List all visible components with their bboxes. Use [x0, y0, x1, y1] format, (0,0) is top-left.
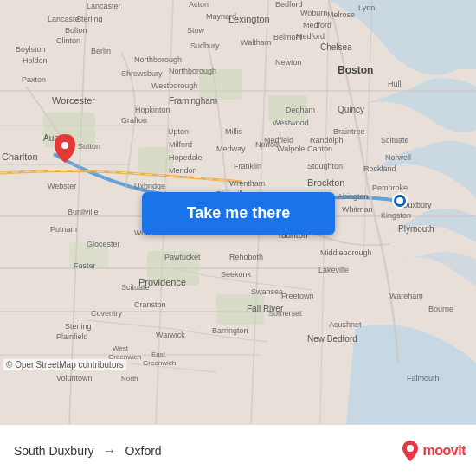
svg-text:Greenwich: Greenwich	[143, 359, 176, 367]
svg-text:Rockland: Rockland	[363, 164, 396, 173]
svg-text:Westwood: Westwood	[273, 119, 309, 127]
svg-text:Upton: Upton	[168, 127, 189, 136]
svg-text:Brockton: Brockton	[307, 177, 344, 188]
svg-text:Clinton: Clinton	[56, 36, 80, 45]
svg-text:Putnam: Putnam	[50, 225, 77, 234]
svg-text:Wareham: Wareham	[389, 292, 423, 300]
svg-text:Woburn: Woburn	[300, 9, 327, 17]
svg-text:Middleborough: Middleborough	[320, 248, 372, 257]
svg-text:Cranston: Cranston	[134, 300, 166, 309]
to-location-label: Oxford	[125, 444, 162, 458]
svg-text:Sutton: Sutton	[78, 142, 100, 151]
moovit-logo: moovit	[401, 439, 466, 463]
svg-point-131	[61, 142, 68, 149]
svg-text:Wrentham: Wrentham	[229, 179, 265, 188]
svg-text:Melrose: Melrose	[327, 10, 355, 19]
svg-text:Randolph: Randolph	[310, 136, 344, 145]
svg-text:Lancaster: Lancaster	[48, 15, 82, 23]
svg-text:Hull: Hull	[388, 80, 402, 88]
svg-text:Abington: Abington	[338, 192, 369, 201]
svg-text:Paxton: Paxton	[22, 75, 46, 84]
svg-text:Voluntown: Voluntown	[56, 374, 93, 383]
svg-text:Dedham: Dedham	[286, 106, 315, 114]
svg-text:Rehoboth: Rehoboth	[229, 253, 263, 261]
svg-text:Walpole: Walpole	[277, 145, 305, 153]
svg-text:Lakeville: Lakeville	[318, 266, 349, 274]
svg-text:Warwick: Warwick	[156, 331, 185, 339]
bottom-bar: South Duxbury → Oxford moovit	[0, 424, 476, 476]
svg-text:Bedford: Bedford	[275, 0, 303, 9]
svg-text:Kingston: Kingston	[381, 211, 411, 220]
svg-text:North: North	[121, 375, 138, 383]
svg-text:Maynard: Maynard	[206, 12, 236, 21]
svg-text:Charlton: Charlton	[2, 151, 38, 162]
svg-text:Pembroke: Pembroke	[372, 183, 408, 192]
svg-text:Worcester: Worcester	[52, 95, 95, 106]
map-container: Lexington Charlton Boston Chelsea Worces…	[0, 0, 476, 424]
svg-text:Bolton: Bolton	[65, 26, 87, 35]
svg-text:Freetown: Freetown	[281, 292, 314, 300]
svg-text:Norfolk: Norfolk	[255, 140, 280, 149]
svg-text:Stoughton: Stoughton	[307, 162, 343, 170]
svg-text:Berlin: Berlin	[91, 47, 111, 55]
svg-text:Lancaster: Lancaster	[87, 2, 121, 10]
take-me-there-button[interactable]: Take me there	[142, 192, 335, 235]
svg-text:Whitman: Whitman	[342, 205, 373, 214]
svg-text:West: West	[113, 344, 129, 352]
moovit-pin-icon	[401, 439, 420, 463]
svg-text:Swansea: Swansea	[251, 287, 283, 296]
svg-rect-14	[138, 147, 173, 173]
svg-text:Shrewsbury: Shrewsbury	[121, 69, 163, 78]
svg-text:Uxbridge: Uxbridge	[134, 182, 165, 190]
svg-text:Scituate: Scituate	[381, 136, 409, 145]
svg-text:Acushnet: Acushnet	[329, 320, 362, 329]
route-info: South Duxbury → Oxford	[14, 443, 462, 459]
svg-text:Stow: Stow	[187, 26, 205, 35]
svg-text:Framingham: Framingham	[169, 96, 217, 106]
svg-text:East: East	[151, 351, 166, 358]
svg-text:Hopedale: Hopedale	[169, 153, 203, 162]
svg-text:Webster: Webster	[48, 182, 76, 190]
svg-text:Braintree: Braintree	[333, 127, 365, 136]
svg-text:Norwell: Norwell	[385, 153, 411, 162]
svg-text:Franklin: Franklin	[234, 162, 261, 170]
svg-text:Lynn: Lynn	[358, 3, 375, 12]
svg-text:Northborough: Northborough	[134, 55, 182, 64]
svg-text:Glocester: Glocester	[87, 240, 120, 248]
from-location-label: South Duxbury	[14, 444, 94, 458]
svg-text:Chelsea: Chelsea	[320, 42, 352, 52]
svg-point-132	[407, 445, 414, 452]
svg-text:New Bedford: New Bedford	[307, 334, 357, 344]
svg-text:Seekonk: Seekonk	[221, 270, 252, 279]
svg-text:Hopkinton: Hopkinton	[135, 106, 170, 114]
svg-text:Plainfield: Plainfield	[56, 332, 88, 341]
svg-text:Sudbury: Sudbury	[190, 42, 220, 50]
svg-text:Northborough: Northborough	[169, 67, 216, 75]
svg-text:Somerset: Somerset	[268, 309, 302, 318]
svg-text:Pawtucket: Pawtucket	[164, 253, 201, 261]
svg-text:Medford: Medford	[303, 21, 331, 29]
moovit-brand-text: moovit	[423, 443, 466, 459]
svg-text:Newton: Newton	[275, 58, 302, 67]
svg-text:Boston: Boston	[338, 64, 373, 76]
svg-text:Medford: Medford	[296, 32, 325, 41]
svg-text:Bourne: Bourne	[428, 305, 453, 313]
svg-text:Grafton: Grafton	[121, 116, 147, 125]
svg-text:Coventry: Coventry	[91, 309, 123, 318]
copyright-text: © OpenStreetMap contributors	[3, 359, 126, 370]
svg-text:Burillville: Burillville	[68, 208, 99, 216]
svg-text:Canton: Canton	[307, 145, 332, 153]
svg-text:Plymouth: Plymouth	[398, 224, 434, 234]
svg-text:Millis: Millis	[225, 127, 242, 136]
svg-text:Foster: Foster	[74, 261, 96, 270]
svg-point-130	[396, 197, 403, 204]
svg-text:Barrington: Barrington	[212, 326, 248, 335]
svg-text:Holden: Holden	[23, 56, 48, 65]
svg-text:Sterling: Sterling	[65, 322, 92, 331]
svg-text:Boylston: Boylston	[16, 45, 46, 54]
svg-text:Falmouth: Falmouth	[407, 374, 440, 383]
svg-text:Westborough: Westborough	[151, 81, 197, 90]
svg-text:Milford: Milford	[169, 140, 192, 149]
svg-text:Acton: Acton	[189, 0, 209, 9]
svg-text:Waltham: Waltham	[241, 38, 271, 47]
